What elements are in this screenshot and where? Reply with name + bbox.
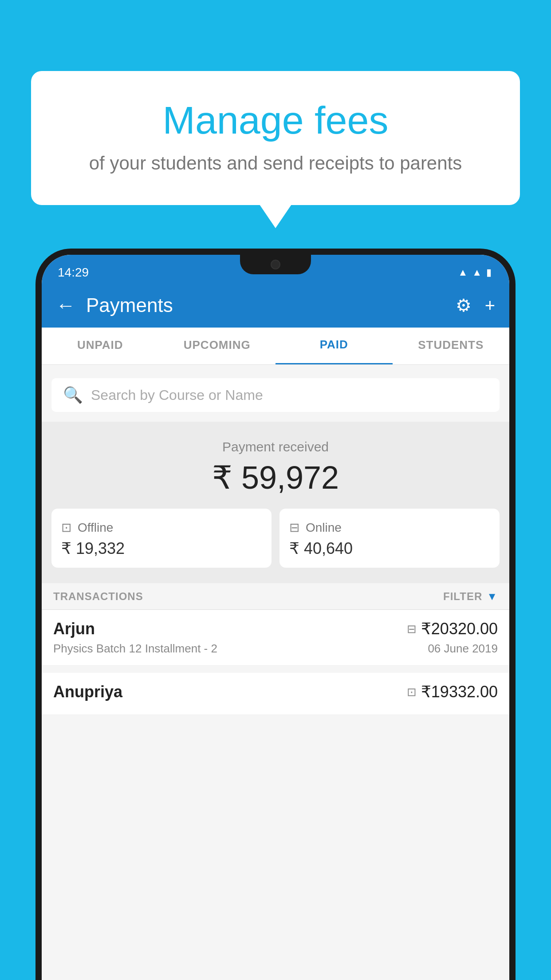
tab-students[interactable]: STUDENTS	[393, 328, 510, 364]
phone-screen: 14:29 ▲ ▲ ▮ ← Payments ⚙ + UNPAID UPCOMI…	[42, 255, 509, 980]
app-bar-actions: ⚙ +	[456, 295, 495, 316]
search-container: 🔍 Search by Course or Name	[42, 370, 509, 420]
transactions-header: TRANSACTIONS FILTER ▼	[42, 583, 509, 610]
txn-amount-2: ₹19332.00	[421, 683, 498, 701]
bubble-title: Manage fees	[67, 98, 484, 143]
filter-label: FILTER	[443, 590, 482, 603]
notch	[240, 255, 311, 274]
txn-name-1: Arjun	[53, 620, 95, 638]
camera	[271, 260, 280, 269]
tab-bar: UNPAID UPCOMING PAID STUDENTS	[42, 328, 509, 365]
speech-bubble: Manage fees of your students and send re…	[31, 71, 520, 205]
transaction-row-anupriya[interactable]: Anupriya ⊡ ₹19332.00	[42, 673, 509, 715]
settings-icon[interactable]: ⚙	[456, 295, 472, 316]
online-amount: ₹ 40,640	[289, 539, 490, 558]
online-icon: ⊟	[289, 520, 299, 535]
signal-icon: ▲	[472, 267, 482, 278]
offline-icon: ⊡	[61, 520, 71, 535]
battery-icon: ▮	[486, 267, 492, 278]
app-title: Payments	[86, 294, 456, 316]
phone-frame: 14:29 ▲ ▲ ▮ ← Payments ⚙ + UNPAID UPCOMI…	[35, 249, 516, 980]
offline-card: ⊡ Offline ₹ 19,332	[51, 509, 272, 568]
bubble-subtitle: of your students and send receipts to pa…	[67, 153, 484, 174]
filter-button[interactable]: FILTER ▼	[443, 590, 498, 603]
transaction-row-arjun[interactable]: Arjun ⊟ ₹20320.00 Physics Batch 12 Insta…	[42, 610, 509, 666]
offline-amount: ₹ 19,332	[61, 539, 262, 558]
txn-payment-icon-2: ⊡	[407, 685, 417, 699]
txn-amount-1: ₹20320.00	[421, 620, 498, 638]
payment-received-section: Payment received ₹ 59,972 ⊡ Offline ₹ 19…	[42, 422, 509, 584]
filter-icon: ▼	[487, 590, 498, 603]
payment-received-label: Payment received	[42, 439, 509, 454]
transactions-label: TRANSACTIONS	[53, 590, 143, 603]
txn-date-1: 06 June 2019	[428, 642, 498, 656]
online-label: Online	[306, 521, 342, 535]
txn-name-2: Anupriya	[53, 683, 122, 701]
online-card: ⊟ Online ₹ 40,640	[279, 509, 500, 568]
offline-label: Offline	[78, 521, 113, 535]
add-icon[interactable]: +	[485, 296, 495, 316]
search-icon: 🔍	[63, 386, 83, 404]
wifi-icon: ▲	[458, 267, 468, 278]
search-input[interactable]: Search by Course or Name	[91, 387, 263, 403]
tab-paid[interactable]: PAID	[276, 328, 393, 364]
tab-upcoming[interactable]: UPCOMING	[159, 328, 276, 364]
search-box[interactable]: 🔍 Search by Course or Name	[51, 378, 500, 412]
payment-cards: ⊡ Offline ₹ 19,332 ⊟ Online ₹ 40,640	[42, 509, 509, 568]
app-bar: ← Payments ⚙ +	[42, 283, 509, 328]
status-icons: ▲ ▲ ▮	[458, 267, 492, 278]
payment-total-amount: ₹ 59,972	[42, 459, 509, 496]
back-button[interactable]: ←	[56, 294, 75, 316]
txn-payment-icon-1: ⊟	[407, 622, 417, 636]
status-time: 14:29	[58, 265, 89, 280]
txn-desc-1: Physics Batch 12 Installment - 2	[53, 642, 217, 656]
tab-unpaid[interactable]: UNPAID	[42, 328, 159, 364]
